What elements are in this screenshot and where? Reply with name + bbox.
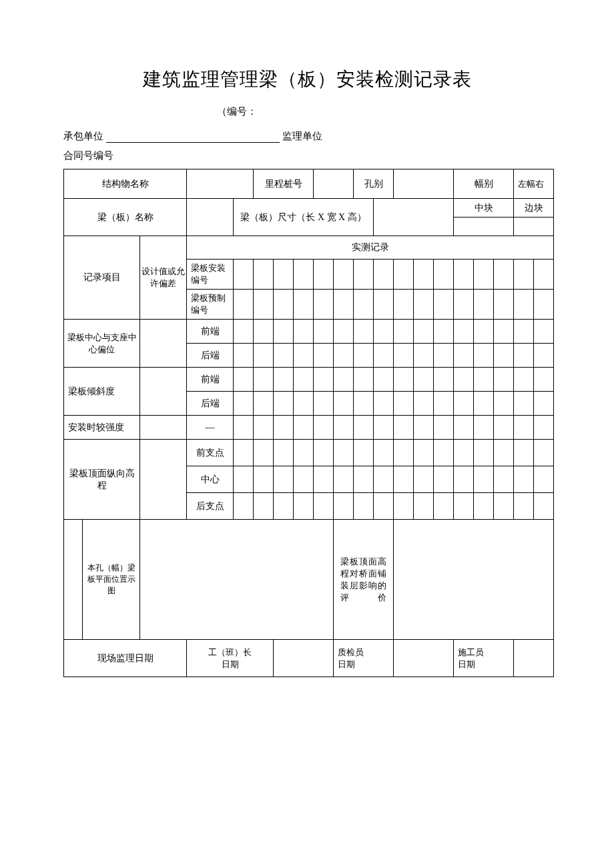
cell	[334, 320, 354, 344]
cell	[234, 320, 254, 344]
cell	[474, 368, 494, 392]
cell	[414, 320, 434, 344]
cell	[494, 290, 514, 320]
cell	[374, 260, 394, 290]
hole-value	[394, 169, 454, 199]
cell	[534, 392, 554, 416]
cell	[254, 466, 274, 493]
diagram-small-cell	[64, 520, 83, 640]
cell	[314, 290, 334, 320]
cell	[314, 440, 334, 466]
eval-label: 梁板顶面高程对桥面铺装层影响的评价	[334, 520, 394, 640]
cell	[234, 416, 254, 440]
cell	[514, 368, 534, 392]
cell	[314, 392, 334, 416]
cell	[514, 392, 534, 416]
cell	[394, 320, 414, 344]
cell	[294, 440, 314, 466]
qc-value	[394, 640, 454, 677]
cell	[234, 368, 254, 392]
cell	[294, 392, 314, 416]
cell	[394, 466, 414, 493]
size-value	[374, 199, 454, 236]
cell	[414, 260, 434, 290]
cell	[354, 440, 374, 466]
cell	[354, 290, 374, 320]
hole-label: 孔别	[354, 169, 394, 199]
cell	[254, 440, 274, 466]
tilt-label: 梁板倾斜度	[64, 368, 140, 416]
serial-number-label: （编号：	[63, 105, 551, 118]
cell	[474, 392, 494, 416]
cell	[374, 290, 394, 320]
cell	[434, 290, 454, 320]
cell	[234, 466, 254, 493]
cell	[254, 320, 274, 344]
mileage-label: 里程桩号	[254, 169, 314, 199]
foreman-value	[274, 640, 334, 677]
cell	[354, 466, 374, 493]
cell	[334, 260, 354, 290]
cell	[254, 392, 274, 416]
cell	[254, 368, 274, 392]
main-table: 结构物名称 里程桩号 孔别 幅别 左幅右 梁（板）名称 梁（板）尺寸（长 X 宽…	[63, 169, 554, 677]
cell	[274, 416, 294, 440]
cell	[254, 260, 274, 290]
cell	[494, 466, 514, 493]
cell	[294, 493, 314, 520]
cell	[454, 344, 474, 368]
cell	[434, 344, 454, 368]
cell	[294, 290, 314, 320]
cell	[274, 368, 294, 392]
cell	[494, 368, 514, 392]
cell	[414, 440, 434, 466]
rear-label: 后端	[187, 344, 234, 368]
design-tolerance-label: 设计值或允许偏差	[140, 236, 187, 320]
constructor-label: 施工员日期	[454, 640, 514, 677]
cell	[354, 368, 374, 392]
cell	[494, 440, 514, 466]
prefab-no-label: 梁板预制编号	[187, 290, 234, 320]
cell	[514, 260, 534, 290]
cell	[474, 260, 494, 290]
qc-label: 质检员日期	[334, 640, 394, 677]
contract-no-line: 合同号编号	[63, 149, 551, 162]
cell	[514, 440, 534, 466]
records-header: 实测记录	[187, 236, 554, 260]
cell	[354, 344, 374, 368]
cell	[514, 290, 534, 320]
cell	[394, 260, 414, 290]
contractor-underline	[106, 133, 280, 143]
cell	[514, 466, 534, 493]
cell	[414, 290, 434, 320]
struct-name-value	[187, 169, 254, 199]
cell	[474, 466, 494, 493]
dash: —	[187, 416, 234, 440]
cell	[234, 344, 254, 368]
cell	[494, 392, 514, 416]
cell	[494, 260, 514, 290]
cell	[274, 344, 294, 368]
front-label-2: 前端	[187, 368, 234, 392]
cell	[454, 290, 474, 320]
cell	[234, 493, 254, 520]
lr-label: 左幅右	[514, 169, 554, 199]
cell	[374, 493, 394, 520]
cell	[294, 344, 314, 368]
eval-area	[394, 520, 554, 640]
tolerance-cell	[140, 416, 187, 440]
cell	[414, 466, 434, 493]
cell	[274, 290, 294, 320]
cell	[414, 368, 434, 392]
page-title: 建筑监理管理梁（板）安装检测记录表	[63, 67, 551, 92]
cell	[274, 260, 294, 290]
cell	[354, 416, 374, 440]
cell	[494, 493, 514, 520]
cell	[514, 416, 534, 440]
cell	[534, 368, 554, 392]
tolerance-cell	[140, 440, 187, 520]
cell	[334, 392, 354, 416]
cell	[234, 392, 254, 416]
cell	[414, 344, 434, 368]
cell	[334, 416, 354, 440]
